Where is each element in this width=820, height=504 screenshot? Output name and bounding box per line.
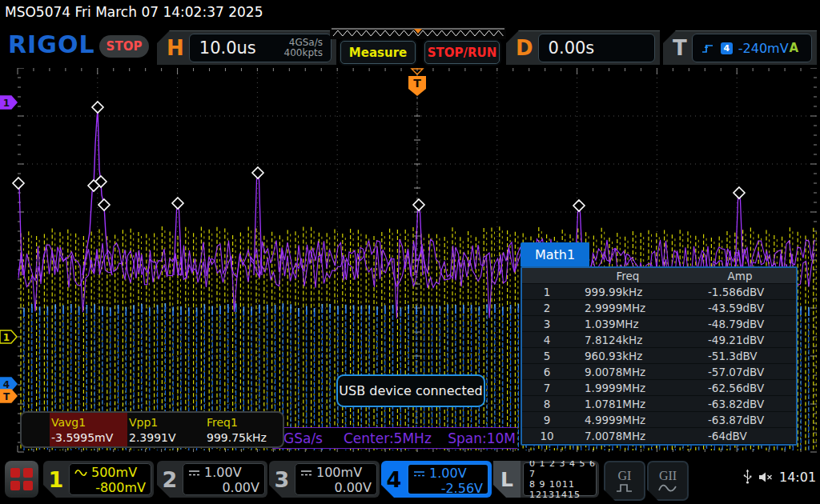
math1-table-row: 31.039MHz-48.79dBV [522, 316, 796, 332]
channel2-box[interactable]: 2 1.00V 0.00V [157, 461, 267, 498]
svg-text:T: T [3, 391, 10, 402]
svg-text:1: 1 [3, 332, 10, 343]
ch3-offset: 0.00V [300, 480, 372, 494]
measurement-vavg1[interactable]: Vavg1 -3.5995mV [50, 413, 127, 446]
measurement-vpp1[interactable]: Vpp1 2.3991V [127, 413, 205, 446]
svg-text:1: 1 [3, 98, 10, 109]
dc-coupling-icon [413, 470, 425, 478]
rigol-logo: RIGOL [8, 30, 95, 58]
bottom-bar: 1 500mV -800mV 2 1.00V 0.00V 3 [0, 454, 820, 504]
ch2-offset: 0.00V [188, 480, 259, 494]
speaker-muted-icon[interactable] [758, 471, 773, 483]
logic-analyzer-box[interactable]: L 0 1 2 3 4 5 6 7 8 9 1011 12131415 [493, 461, 599, 498]
header-bar: RIGOL STOP H 10.0us 4GSa/s 400kpts Measu… [0, 22, 820, 68]
trigger-source-badge: 4 [721, 42, 733, 54]
fft-peak-markers [13, 102, 745, 211]
sample-rate: 4GSa/s [289, 37, 323, 48]
delay-box[interactable]: 0.00s [538, 34, 655, 62]
measure-button[interactable]: Measure [340, 41, 416, 64]
channel1-box[interactable]: 1 500mV -800mV [43, 461, 154, 498]
memory-depth: 400kpts [284, 47, 323, 58]
svg-text:4: 4 [3, 379, 10, 390]
col-amp: Amp [684, 270, 796, 282]
channel-position-markers[interactable]: 114T [0, 96, 17, 402]
trigger-mode: A [789, 41, 805, 55]
ch1-scale: 500mV [91, 465, 137, 480]
gen2-button[interactable]: GII [647, 461, 689, 501]
ac-coupling-icon [74, 469, 87, 477]
trigger-panel[interactable]: T 4 -240mV A [663, 30, 817, 65]
run-state-badge[interactable]: STOP [99, 35, 149, 58]
measurement-freq1[interactable]: Freq1 999.75kHz [205, 413, 283, 446]
trigger-label: T [673, 36, 687, 60]
math1-panel: Math1 Freq Amp 1999.99kHz-1.586dBV22.999… [521, 242, 798, 446]
dc-coupling-icon [300, 469, 312, 477]
math1-table-row: 81.0781MHz-63.82dBV [522, 396, 796, 412]
math1-tab[interactable]: Math1 [521, 242, 589, 266]
dc-coupling-icon [188, 469, 200, 477]
ch3-scale: 100mV [316, 465, 362, 480]
fft-span: Span:10M [448, 430, 517, 446]
fft-status-bar: GSa/s Center:5MHz Span:10M [272, 427, 517, 449]
ch2-scale: 1.00V [204, 465, 242, 480]
math1-table-row: 71.9999MHz-62.56dBV [522, 380, 796, 396]
la-channels-0-7: 0 1 2 3 4 5 6 7 [529, 458, 596, 479]
horizontal-panel[interactable]: H 10.0us 4GSa/s 400kpts [157, 30, 336, 65]
gen1-button[interactable]: GI [604, 461, 645, 501]
math1-table-row: 69.0078MHz-57.07dBV [522, 364, 796, 380]
la-channels-8-15: 8 9 1011 12131415 [529, 479, 596, 500]
ch4-scale: 1.00V [429, 466, 467, 481]
usb-icon [743, 469, 752, 485]
delay-value: 0.00s [549, 38, 654, 58]
usb-connected-popup: USB device connected [336, 374, 485, 407]
channel3-box[interactable]: 3 100mV 0.00V [269, 461, 380, 498]
ch1-offset: -800mV [74, 480, 146, 494]
math1-table-row: 22.9999MHz-43.59dBV [522, 300, 796, 316]
menu-grid-icon [10, 468, 20, 478]
stop-run-button[interactable]: STOP/RUN [424, 41, 500, 64]
trigger-level-value: -240mV [738, 41, 789, 56]
ch4-offset: -2.56V [413, 481, 483, 495]
la-label: L [493, 461, 521, 498]
trigger-box[interactable]: 4 -240mV A [692, 34, 812, 62]
rising-edge-trigger-icon [701, 42, 715, 54]
math1-table: Freq Amp 1999.99kHz-1.586dBV22.9999MHz-4… [521, 266, 798, 446]
fft-center: Center:5MHz [344, 430, 432, 446]
waveform-preview[interactable] [330, 27, 506, 39]
math1-table-row: 1999.99kHz-1.586dBV [522, 284, 796, 300]
svg-text:T: T [413, 77, 421, 90]
col-freq: Freq [572, 270, 684, 282]
math1-table-row: 94.9999MHz-63.87dBV [522, 412, 796, 428]
delay-panel[interactable]: D 0.00s [506, 30, 660, 65]
math1-table-row: 107.0078MHz-64dBV [522, 428, 796, 444]
delay-label: D [516, 36, 533, 60]
horizontal-label: H [167, 36, 184, 60]
channel4-box[interactable]: 4 1.00V -2.56V [381, 461, 492, 498]
math1-table-header: Freq Amp [522, 268, 796, 284]
clock: 14:01 [779, 470, 816, 485]
timebase-value: 10.0us [199, 38, 284, 58]
measurement-panel[interactable]: Vavg1 -3.5995mV Vpp1 2.3991V Freq1 999.7… [20, 411, 284, 448]
math1-table-row: 47.8124kHz-49.21dBV [522, 332, 796, 348]
square-wave-icon [616, 483, 633, 493]
math1-table-row: 5960.93kHz-51.3dBV [522, 348, 796, 364]
menu-button[interactable] [5, 461, 38, 498]
sine-wave-icon [658, 483, 677, 493]
timebase-box[interactable]: 10.0us 4GSa/s 400kpts [189, 34, 332, 62]
